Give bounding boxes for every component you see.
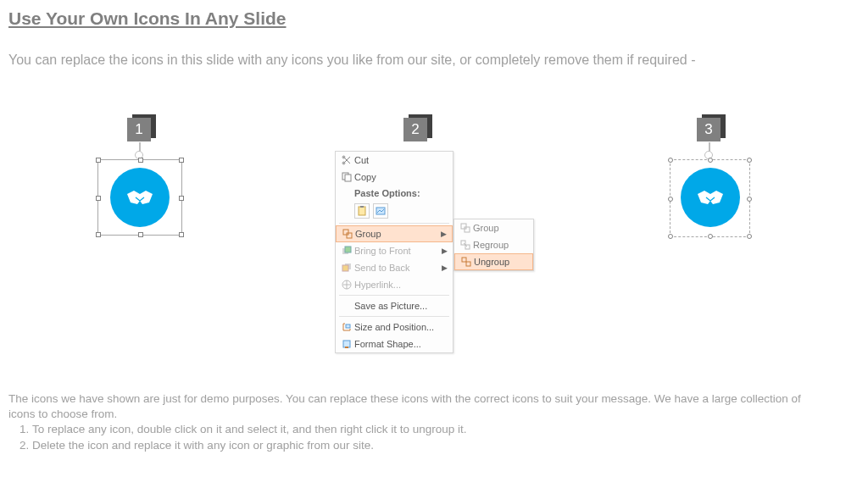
ungroup-icon bbox=[459, 257, 474, 267]
submenu-arrow-icon: ▶ bbox=[442, 247, 448, 255]
menu-item-send-to-back[interactable]: Send to Back ▶ bbox=[336, 259, 453, 276]
menu-item-group[interactable]: Group ▶ bbox=[336, 225, 453, 242]
context-menu: Cut Copy Paste Options: Group ▶ Bring to… bbox=[335, 151, 453, 353]
menu-label: Cut bbox=[354, 155, 449, 165]
submenu-item-group[interactable]: Group bbox=[454, 219, 533, 236]
menu-label: Save as Picture... bbox=[354, 301, 449, 311]
menu-item-copy[interactable]: Copy bbox=[336, 169, 453, 186]
menu-label: Format Shape... bbox=[354, 339, 449, 349]
menu-item-bring-to-front[interactable]: Bring to Front ▶ bbox=[336, 242, 453, 259]
menu-label: Copy bbox=[354, 172, 449, 182]
regroup-icon bbox=[458, 240, 473, 250]
submenu-label: Ungroup bbox=[474, 257, 509, 267]
submenu-item-ungroup[interactable]: Ungroup bbox=[454, 253, 533, 270]
footer-intro: The icons we have shown are just for dem… bbox=[8, 391, 822, 422]
footer-text: The icons we have shown are just for dem… bbox=[8, 391, 822, 453]
send-back-icon bbox=[339, 263, 354, 273]
group-icon bbox=[340, 229, 355, 239]
group-submenu: Group Regroup Ungroup bbox=[453, 219, 534, 271]
group-icon bbox=[458, 223, 473, 233]
paste-option-theme[interactable] bbox=[354, 203, 370, 219]
menu-item-format-shape[interactable]: Format Shape... bbox=[336, 336, 453, 352]
menu-item-cut[interactable]: Cut bbox=[336, 152, 453, 169]
icon-circle[interactable] bbox=[681, 168, 740, 227]
step-badge-3: 3 bbox=[697, 114, 722, 140]
size-icon bbox=[339, 322, 354, 332]
svg-rect-4 bbox=[359, 207, 365, 215]
svg-rect-15 bbox=[343, 341, 350, 347]
svg-rect-21 bbox=[466, 262, 470, 266]
menu-label: Hyperlink... bbox=[354, 280, 449, 290]
menu-separator bbox=[339, 223, 449, 224]
menu-label: Bring to Front bbox=[354, 246, 449, 256]
step-badge-1: 1 bbox=[127, 114, 153, 140]
submenu-arrow-icon: ▶ bbox=[442, 263, 448, 272]
step-number: 2 bbox=[403, 118, 427, 141]
menu-separator bbox=[339, 295, 449, 296]
format-shape-icon bbox=[339, 339, 354, 349]
svg-rect-17 bbox=[465, 227, 470, 232]
menu-label: Size and Position... bbox=[354, 322, 449, 332]
svg-rect-7 bbox=[343, 230, 348, 235]
submenu-item-regroup[interactable]: Regroup bbox=[454, 236, 533, 253]
paste-options-row bbox=[336, 201, 453, 221]
svg-rect-10 bbox=[345, 247, 351, 252]
menu-separator bbox=[339, 316, 449, 317]
slide-subtitle: You can replace the icons in this slide … bbox=[8, 51, 754, 69]
scissors-icon bbox=[339, 155, 354, 165]
paste-options-heading: Paste Options: bbox=[336, 186, 453, 201]
svg-rect-8 bbox=[347, 233, 352, 238]
svg-rect-16 bbox=[461, 224, 466, 229]
menu-item-size-position[interactable]: Size and Position... bbox=[336, 319, 453, 336]
paste-option-picture[interactable] bbox=[373, 203, 388, 219]
handshake-icon bbox=[694, 186, 726, 209]
handshake-icon bbox=[124, 186, 156, 209]
menu-item-hyperlink[interactable]: Hyperlink... bbox=[336, 276, 453, 293]
slide-title: Use Your Own Icons In Any Slide bbox=[8, 8, 287, 29]
menu-label: Send to Back bbox=[354, 263, 449, 273]
svg-rect-5 bbox=[360, 206, 364, 208]
icon-circle[interactable] bbox=[110, 168, 170, 227]
footer-step-2: Delete the icon and replace it with any … bbox=[32, 438, 822, 453]
step-number: 1 bbox=[127, 118, 151, 141]
svg-rect-12 bbox=[342, 265, 348, 271]
footer-step-1: To replace any icon, double click on it … bbox=[32, 422, 822, 437]
bring-front-icon bbox=[339, 246, 354, 256]
step-number: 3 bbox=[697, 118, 721, 141]
hyperlink-icon bbox=[339, 280, 354, 290]
svg-rect-3 bbox=[345, 175, 351, 181]
step-badge-2: 2 bbox=[403, 114, 429, 140]
copy-icon bbox=[339, 172, 354, 182]
submenu-arrow-icon: ▶ bbox=[441, 230, 447, 238]
svg-rect-14 bbox=[346, 324, 350, 328]
submenu-label: Group bbox=[473, 223, 499, 233]
menu-item-save-as-picture[interactable]: Save as Picture... bbox=[336, 297, 453, 314]
svg-rect-20 bbox=[462, 258, 466, 262]
menu-label: Group bbox=[355, 229, 448, 239]
submenu-label: Regroup bbox=[473, 240, 509, 250]
